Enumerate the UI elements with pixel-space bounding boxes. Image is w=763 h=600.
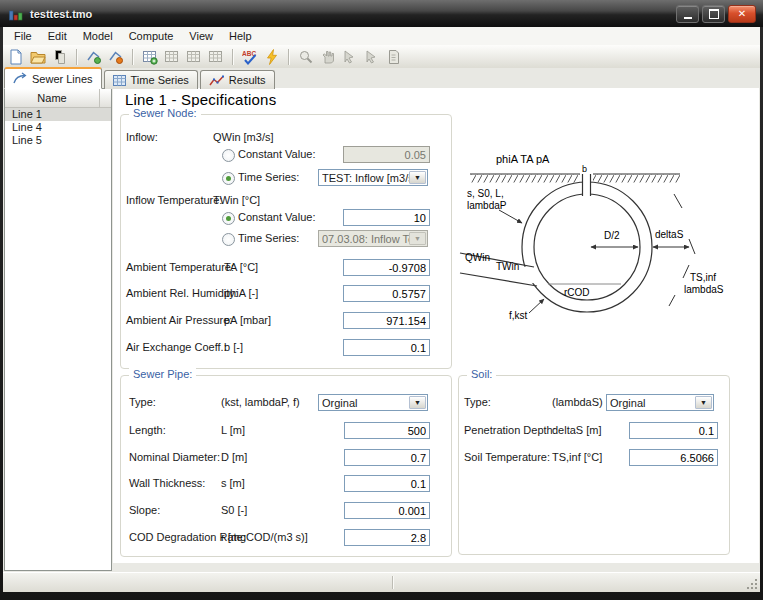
temp-constant-label: Constant Value: [238,209,315,226]
inflow-timeseries-radio[interactable] [222,172,235,185]
temp-constant-input[interactable] [343,209,430,226]
inflow-constant-label: Constant Value: [238,146,315,163]
zoom-icon[interactable] [297,48,315,66]
pan-icon[interactable] [319,48,337,66]
maximize-button[interactable] [702,5,725,23]
insert-line-icon[interactable] [85,48,103,66]
page-title: Line 1 - Specifications [125,91,276,108]
menu-view[interactable]: View [181,29,221,43]
temp-timeseries-radio[interactable] [222,233,235,246]
name-column-header[interactable]: Name [5,89,100,107]
zoom-out-icon[interactable] [363,48,381,66]
temp-timeseries-label: Time Series: [238,230,299,247]
ambient-pressure-input[interactable] [343,312,430,329]
minimize-button[interactable] [676,5,699,23]
slope-input[interactable] [344,502,430,519]
inflow-timeseries-combo[interactable]: TEST: Inflow [m3/s] ▼ [318,169,428,186]
copy-icon[interactable] [51,48,69,66]
combo-value: Orginal [322,396,410,410]
diagram-label-wall2: lambdaP [467,200,507,211]
toolbar-separator [232,49,234,65]
menubar: File Edit Model Compute View Help [3,27,760,46]
field-param: b [-] [224,339,243,356]
list-item-line1[interactable]: Line 1 [5,108,111,121]
zoom-in-icon[interactable] [341,48,359,66]
ambient-temperature-input[interactable] [343,259,430,276]
inflow-param: QWin [m3/s] [213,129,274,146]
menu-file[interactable]: File [6,29,40,43]
spellcheck-icon[interactable]: ABC [241,48,259,66]
table-view-icon[interactable] [185,48,203,66]
content-area: Name Line 1 Line 4 Line 5 Line 1 - Speci… [3,88,760,572]
soil-type-label: Type: [464,394,491,411]
temp-constant-radio[interactable] [222,212,235,225]
tab-time-series[interactable]: Time Series [104,70,198,89]
menu-help[interactable]: Help [221,29,260,43]
chevron-down-icon: ▼ [409,232,426,245]
new-document-icon[interactable] [7,48,25,66]
list-item-line5[interactable]: Line 5 [5,134,111,147]
field-label: Ambient Rel. Humidity: [126,285,238,302]
diagram-label-twin: TWin [496,261,519,272]
open-folder-icon[interactable] [29,48,47,66]
field-label: Wall Thickness: [129,475,205,492]
tab-label: Results [229,74,266,86]
field-label: Slope: [129,502,160,519]
sewer-lines-list: Name Line 1 Line 4 Line 5 [4,88,112,571]
pipe-type-combo[interactable]: Orginal ▼ [318,394,428,411]
table-export-icon[interactable] [207,48,225,66]
inflow-timeseries-label: Time Series: [238,169,299,186]
diagram-label-b: b [582,164,587,174]
penetration-depth-input[interactable] [629,422,718,439]
menu-compute[interactable]: Compute [121,29,182,43]
tab-results[interactable]: Results [200,70,275,89]
compute-run-icon[interactable] [263,48,281,66]
menu-edit[interactable]: Edit [40,29,75,43]
inflow-temp-param: TWin [°C] [213,192,260,209]
table-edit-icon[interactable] [163,48,181,66]
diagram-label-tsinf: TS,inf [690,272,716,283]
air-exchange-input[interactable] [343,339,430,356]
menu-model[interactable]: Model [75,29,121,43]
list-header[interactable]: Name [5,89,111,108]
field-param: TA [°C] [224,259,258,276]
field-label: Ambient Temperature: [126,259,234,276]
titlebar[interactable]: testtest.tmo ✕ [0,0,763,27]
field-param: s [m] [221,475,245,492]
sewer-lines-icon [13,72,27,85]
chevron-down-icon[interactable]: ▼ [409,396,426,409]
chevron-down-icon[interactable]: ▼ [695,396,712,409]
app-icon [8,6,24,22]
group-legend: Sewer Pipe: [129,368,196,380]
field-param: deltaS [m] [552,422,602,439]
resize-grip[interactable] [745,577,759,591]
diameter-input[interactable] [344,449,430,466]
report-icon[interactable] [385,48,403,66]
delete-line-icon[interactable] [107,48,125,66]
group-legend: Soil: [467,368,496,380]
column-header-stub [100,89,111,107]
soil-temperature-input[interactable] [629,449,718,466]
field-label: Length: [129,422,166,439]
inflow-label: Inflow: [126,129,158,146]
tab-sewer-lines[interactable]: Sewer Lines [4,67,102,89]
wall-thickness-input[interactable] [344,475,430,492]
statusbar-divider [392,576,394,589]
cod-rate-input[interactable] [344,529,430,546]
diagram-label-wall1: s, S0, L, [467,188,504,199]
chevron-down-icon[interactable]: ▼ [409,171,426,184]
window-title: testtest.tmo [30,8,92,20]
close-button[interactable]: ✕ [728,5,756,23]
length-input[interactable] [344,422,430,439]
field-label: Soil Temperature: [464,449,550,466]
specifications-panel: Line 1 - Specifications Sewer Node: Infl… [113,88,759,563]
tabbar: Sewer Lines Time Series Results [3,68,760,89]
soil-type-combo[interactable]: Orginal ▼ [606,394,714,411]
combo-value: TEST: Inflow [m3/s] [322,171,410,185]
field-label: Ambient Air Pressure: [126,312,232,329]
list-item-line4[interactable]: Line 4 [5,121,111,134]
add-table-icon[interactable] [141,48,159,66]
inflow-constant-radio[interactable] [222,149,235,162]
ambient-humidity-input[interactable] [343,285,430,302]
sewer-pipe-group: Sewer Pipe: Type: (kst, lambdaP, f) Orgi… [120,375,452,557]
